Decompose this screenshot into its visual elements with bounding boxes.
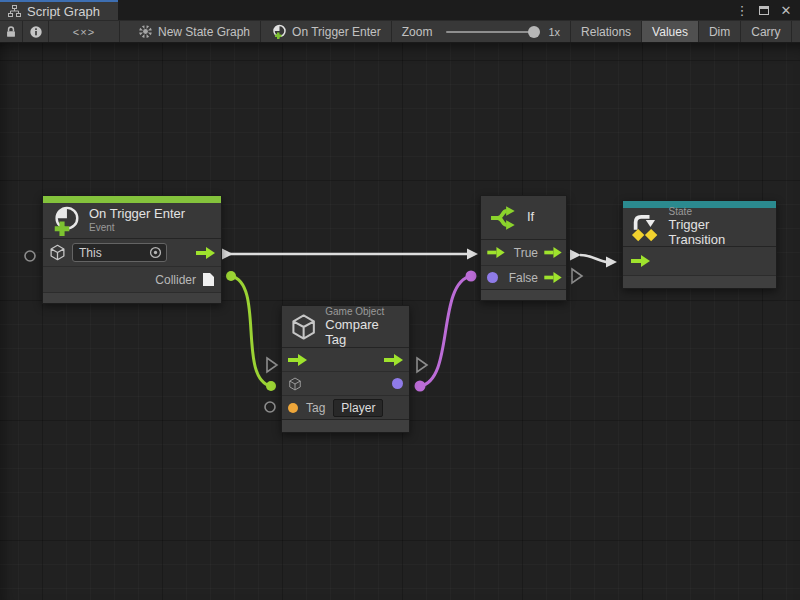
port-row-flow <box>623 247 776 276</box>
flow-input-port[interactable] <box>631 255 650 267</box>
node-title: Compare Tag <box>325 318 401 348</box>
unconnected-flow-output-false[interactable] <box>572 269 582 283</box>
branch-icon <box>489 203 519 233</box>
dim-toggle[interactable]: Dim <box>699 21 740 42</box>
flow-output-port[interactable] <box>384 354 403 366</box>
node-header: If <box>481 196 566 240</box>
relations-toggle[interactable]: Relations <box>571 21 641 42</box>
graph-canvas[interactable]: On Trigger Enter Event This <box>0 43 800 600</box>
target-value: This <box>79 246 102 260</box>
node-header: On Trigger Enter Event <box>43 203 221 239</box>
flow-output-port[interactable] <box>196 247 215 259</box>
graph-toolbar: <×> New State Graph On Trigger Enter Zoo… <box>0 20 800 43</box>
unconnected-input-this[interactable] <box>25 251 35 261</box>
gameobject-cube-icon <box>290 313 317 341</box>
node-compare-tag[interactable]: Game Object Compare Tag <box>281 305 410 433</box>
unity-visual-scripting-window: Script Graph ⋮ ✕ <×> <box>0 0 800 600</box>
node-category: Game Object <box>325 306 401 318</box>
node-footer <box>43 293 221 303</box>
code-icon: <×> <box>73 26 95 38</box>
menu-icon[interactable]: ⋮ <box>734 2 750 18</box>
true-output-port[interactable] <box>544 247 562 258</box>
wire-endpoint[interactable] <box>415 381 426 392</box>
gameobject-input-port[interactable] <box>288 377 302 391</box>
wire-arrowhead <box>222 249 233 260</box>
tag-value-field[interactable]: Player <box>333 399 383 417</box>
unconnected-flow-input-comparetag[interactable] <box>267 358 277 372</box>
port-row-target: This <box>43 239 221 267</box>
node-footer <box>481 290 566 300</box>
values-toggle[interactable]: Values <box>642 21 698 42</box>
tab-script-graph[interactable]: Script Graph <box>0 0 118 20</box>
state-graph-icon <box>138 24 153 39</box>
collider-label: Collider <box>155 273 196 287</box>
script-graph-icon <box>8 5 21 17</box>
tab-title: Script Graph <box>27 4 100 19</box>
node-on-trigger-enter[interactable]: On Trigger Enter Event This <box>42 195 222 304</box>
unconnected-flow-output-comparetag[interactable] <box>417 358 427 372</box>
port-row-false: False <box>481 266 566 290</box>
title-bar: Script Graph ⋮ ✕ <box>0 0 800 20</box>
false-label: False <box>509 271 538 285</box>
unconnected-input-tag[interactable] <box>265 402 275 412</box>
zoom-value: 1x <box>548 26 560 38</box>
node-footer <box>282 420 409 432</box>
wire-value-collider-to-comparetag[interactable] <box>231 276 271 386</box>
target-object-field[interactable]: This <box>72 243 167 262</box>
wire-arrowhead <box>606 257 617 268</box>
bool-output-port[interactable] <box>392 378 403 389</box>
zoom-slider-handle[interactable] <box>528 26 540 38</box>
new-state-graph-label: New State Graph <box>158 25 250 39</box>
maximize-icon[interactable] <box>756 2 772 18</box>
wire-endpoint[interactable] <box>226 271 236 281</box>
lock-button[interactable] <box>0 21 22 42</box>
port-row-tag: Tag Player <box>282 396 409 420</box>
wire-arrowhead <box>570 250 581 261</box>
object-picker-icon[interactable] <box>149 246 162 259</box>
node-subtitle: Event <box>89 222 185 234</box>
port-row-gameobject <box>282 372 409 396</box>
string-input-port[interactable] <box>288 403 298 413</box>
gameobject-cube-icon <box>49 244 66 261</box>
port-row-true: True <box>481 240 566 266</box>
code-view-button[interactable]: <×> <box>49 21 119 42</box>
info-icon <box>29 25 43 39</box>
zoom-slider[interactable] <box>446 31 534 33</box>
wire-endpoint[interactable] <box>466 271 477 282</box>
node-footer <box>623 276 776 288</box>
new-state-graph-button[interactable]: New State Graph <box>128 21 260 42</box>
false-output-port[interactable] <box>544 272 562 283</box>
event-icon <box>271 24 287 40</box>
zoom-control: Zoom 1x <box>392 21 570 42</box>
collider-output-port[interactable] <box>202 272 215 287</box>
lock-icon <box>4 25 18 39</box>
wire-endpoint[interactable] <box>266 381 276 391</box>
node-title: Trigger Transition <box>669 218 768 248</box>
window-controls: ⋮ ✕ <box>734 0 800 20</box>
true-label: True <box>514 246 538 260</box>
event-reference-label: On Trigger Enter <box>292 25 381 39</box>
node-if[interactable]: If True False <box>480 195 567 301</box>
event-reference-button[interactable]: On Trigger Enter <box>261 21 391 42</box>
tag-label: Tag <box>306 401 325 415</box>
node-header: Game Object Compare Tag <box>282 306 409 348</box>
flow-input-port[interactable] <box>487 247 505 258</box>
close-icon[interactable]: ✕ <box>778 2 794 18</box>
info-button[interactable] <box>23 21 48 42</box>
transition-icon <box>631 212 661 242</box>
node-title: If <box>527 210 534 225</box>
event-icon <box>51 206 81 236</box>
port-row-flow <box>282 348 409 372</box>
align-dropdown[interactable]: Align <box>792 21 800 42</box>
wire-value-comparetag-to-if[interactable] <box>420 276 471 386</box>
node-header: State Trigger Transition <box>623 208 776 247</box>
node-accent-bar <box>43 196 221 203</box>
condition-input-port[interactable] <box>487 272 498 283</box>
zoom-label: Zoom <box>402 25 433 39</box>
wire-flow-true-to-transition[interactable] <box>580 255 608 262</box>
carry-toggle[interactable]: Carry <box>741 21 790 42</box>
node-trigger-transition[interactable]: State Trigger Transition <box>622 200 777 289</box>
node-title: On Trigger Enter <box>89 207 185 222</box>
flow-input-port[interactable] <box>288 354 307 366</box>
wire-arrowhead <box>467 249 478 260</box>
